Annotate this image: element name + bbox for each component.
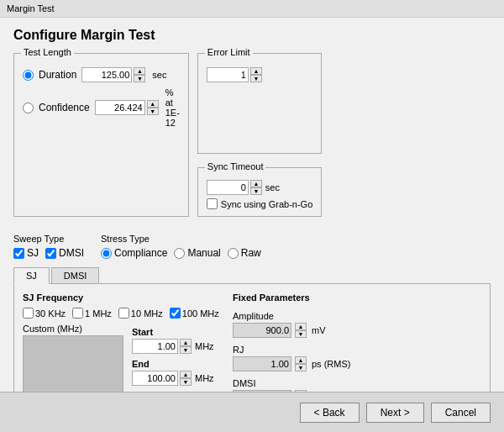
freq-30khz-checkbox[interactable] [23,308,34,319]
freq-1mhz-label: 1 MHz [72,308,112,319]
duration-input[interactable] [81,67,132,82]
back-button[interactable]: < Back [300,403,360,423]
confidence-unit: % at 1E-12 [165,87,180,128]
end-label: End [132,359,214,369]
dmsi-sweep-label: DMSI [59,247,84,259]
sj-left: Custom (MHz) Remove Start [23,324,224,392]
start-spin-buttons: ▲ ▼ [180,339,192,354]
manual-radio[interactable] [174,248,185,259]
duration-spin: ▲ ▼ [81,67,145,82]
error-limit-up-btn[interactable]: ▲ [250,67,262,75]
sweep-type-label: Sweep Type [13,234,84,244]
end-input[interactable] [132,371,178,386]
dmsi-sweep-checkbox[interactable] [45,248,56,259]
confidence-up-btn[interactable]: ▲ [147,100,159,108]
rj-input[interactable] [233,356,291,371]
sync-timeout-spin-buttons: ▲ ▼ [250,180,262,195]
dmsi-row: DMSI ▲ ▼ mV [233,378,481,392]
confidence-spin-buttons: ▲ ▼ [147,100,159,115]
confidence-spin: ▲ ▼ [95,100,159,115]
compliance-radio[interactable] [101,248,112,259]
sync-timeout-up-btn[interactable]: ▲ [250,180,262,187]
raw-text: Raw [241,247,261,259]
sj-checkbox[interactable] [13,248,24,259]
right-groups: Error Limit ▲ ▼ Sync Timeout [197,53,322,225]
fixed-params-label: Fixed Parameters [233,292,481,303]
duration-down-btn[interactable]: ▼ [134,75,145,82]
confidence-down-btn[interactable]: ▼ [147,108,159,115]
error-limit-content: ▲ ▼ [207,67,312,82]
manual-text: Manual [187,247,220,259]
cancel-button[interactable]: Cancel [431,403,491,423]
content: Configure Margin Test Test Length Durati… [0,18,504,392]
end-field: End ▲ ▼ MHz [132,359,214,386]
sweep-stress-section: Sweep Type SJ DMSI Stress Type [13,234,491,259]
compliance-text: Compliance [114,247,167,259]
raw-radio[interactable] [228,248,239,259]
start-down-btn[interactable]: ▼ [180,346,192,354]
confidence-label: Confidence [39,102,90,113]
stress-type-radios: Compliance Manual Raw [101,247,261,259]
tab-inner: SJ Frequency 30 KHz 1 MHz 10 MHz [23,292,481,392]
sync-timeout-content: ▲ ▼ sec Sync using Grab-n-Go [207,180,312,209]
duration-radio[interactable] [23,70,34,81]
manual-label: Manual [174,247,220,259]
sync-timeout-down-btn[interactable]: ▼ [250,187,262,195]
start-unit: MHz [195,341,214,351]
sync-timeout-label: Sync Timeout [205,161,266,171]
tab-sj[interactable]: SJ [13,267,50,284]
rj-unit: ps (RMS) [312,359,350,369]
freq-30khz-label: 30 KHz [23,308,66,319]
custom-list-label: Custom (MHz) [23,324,123,334]
grab-n-go-label: Sync using Grab-n-Go [221,199,312,209]
confidence-radio[interactable] [23,103,34,113]
freq-100mhz-checkbox[interactable] [170,308,181,319]
end-down-btn[interactable]: ▼ [180,378,192,386]
rj-row: RJ ▲ ▼ ps (RMS) [233,345,481,371]
freq-10mhz-label: 10 MHz [118,308,163,319]
rj-input-row: ▲ ▼ ps (RMS) [233,356,481,371]
error-limit-down-btn[interactable]: ▼ [250,75,262,82]
sj-controls: Start ▲ ▼ MHz [132,327,214,392]
compliance-label: Compliance [101,247,167,259]
duration-up-btn[interactable]: ▲ [134,67,145,75]
grab-n-go-row: Sync using Grab-n-Go [207,198,312,209]
test-length-label: Test Length [21,47,74,57]
rj-up-btn[interactable]: ▲ [295,356,307,364]
amplitude-up-btn[interactable]: ▲ [295,323,307,330]
duration-label: Duration [39,69,76,81]
sweep-type-group: Sweep Type SJ DMSI [13,234,84,259]
sync-timeout-unit: sec [265,182,280,192]
amplitude-row: Amplitude ▲ ▼ mV [233,311,481,338]
end-spin: ▲ ▼ MHz [132,371,214,386]
window-title: Margin Test [7,3,55,13]
amplitude-down-btn[interactable]: ▼ [295,330,307,338]
custom-list [23,335,123,392]
grab-n-go-checkbox[interactable] [207,198,218,209]
freq-1mhz-checkbox[interactable] [72,308,83,319]
start-input[interactable] [132,339,178,354]
rj-down-btn[interactable]: ▼ [295,364,307,371]
sj-checkbox-label: SJ [13,247,39,259]
end-up-btn[interactable]: ▲ [180,371,192,378]
start-up-btn[interactable]: ▲ [180,339,192,346]
end-unit: MHz [195,373,214,383]
next-button[interactable]: Next > [366,403,424,423]
amplitude-input[interactable] [233,323,291,338]
amplitude-label: Amplitude [233,311,481,321]
fixed-params-section: Fixed Parameters Amplitude ▲ ▼ mV [233,292,481,392]
test-length-group: Test Length Duration ▲ ▼ sec [13,53,189,217]
tab-dmsi[interactable]: DMSI [51,267,100,284]
freq-10mhz-checkbox[interactable] [118,308,129,319]
freq-100mhz-text: 100 MHz [182,308,219,319]
freq-1mhz-text: 1 MHz [85,308,112,319]
freq-100mhz-label: 100 MHz [170,308,219,319]
confidence-row: Confidence ▲ ▼ % at 1E-12 [23,87,180,128]
start-label: Start [132,327,214,337]
freq-10mhz-text: 10 MHz [131,308,163,319]
error-limit-input[interactable] [207,67,249,82]
page-title: Configure Margin Test [13,28,491,43]
confidence-input[interactable] [95,100,145,115]
window: Margin Test Configure Margin Test Test L… [0,0,504,432]
sync-timeout-input[interactable] [207,180,249,195]
